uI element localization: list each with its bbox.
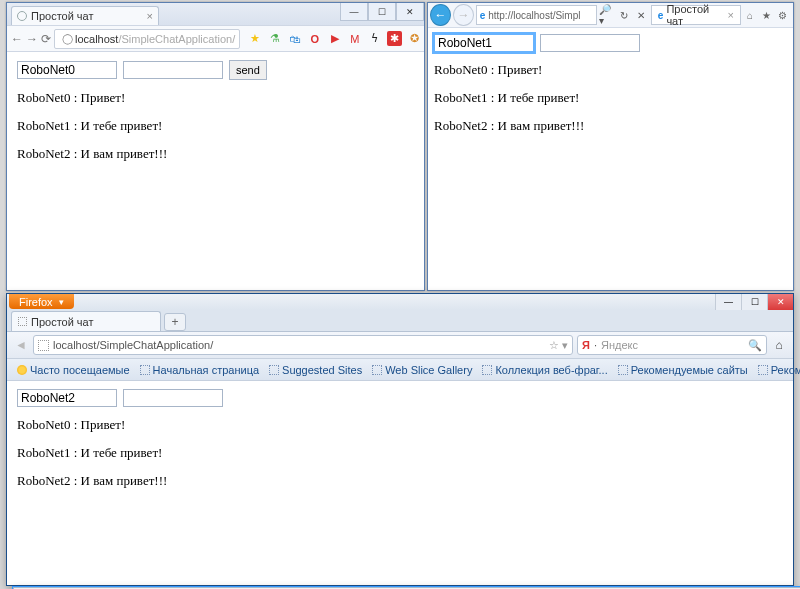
tools-button[interactable]: ⚙ [775, 8, 789, 22]
url-text: localhost/SimpleChatApplication/ [53, 339, 213, 351]
page-icon [618, 365, 628, 375]
globe-icon [17, 11, 27, 21]
message-input[interactable] [123, 61, 223, 79]
chrome-tab[interactable]: Простой чат × [11, 6, 159, 25]
username-input[interactable] [17, 389, 117, 407]
globe-icon: ◯ [59, 31, 75, 47]
chat-message: RoboNet2 : И вам привет!!! [434, 118, 787, 134]
firefox-menu-button[interactable]: Firefox [9, 294, 74, 309]
search-engine-label: Яндекс [601, 339, 638, 351]
username-input[interactable] [17, 61, 117, 79]
close-tab-icon[interactable]: × [728, 9, 734, 21]
page-icon [269, 365, 279, 375]
star-icon[interactable]: ★ [247, 31, 262, 46]
firefox-window: Firefox — ☐ ✕ Простой чат + ◄ localhost/… [6, 293, 794, 586]
back-button[interactable]: ← [11, 31, 23, 47]
chrome-window: — ☐ ✕ Простой чат × ← → ⟳ ◯ localhost/Si… [6, 2, 425, 291]
home-button[interactable]: ⌂ [771, 337, 787, 353]
firefox-page: send RoboNet0 : Привет! RoboNet1 : И теб… [7, 381, 793, 509]
firefox-window-controls: — ☐ ✕ [715, 294, 793, 310]
bookmark-item[interactable]: Начальная страница [136, 364, 263, 376]
ext-icon[interactable]: ✱ [387, 31, 402, 46]
new-tab-button[interactable]: + [164, 313, 186, 331]
tab-title: Простой чат [31, 316, 94, 328]
chat-message: RoboNet2 : И вам привет!!! [17, 473, 783, 489]
page-icon [38, 340, 49, 351]
chat-message: RoboNet2 : И вам привет!!! [17, 146, 414, 162]
gmail-icon[interactable]: M [347, 31, 362, 46]
home-button[interactable]: ⌂ [743, 8, 757, 22]
ie-tab[interactable]: e Простой чат × [651, 5, 741, 25]
address-bar[interactable]: ◯ localhost/SimpleChatApplication/ [54, 29, 240, 49]
minimize-button[interactable]: — [340, 3, 368, 21]
send-button[interactable]: send [229, 60, 267, 80]
close-tab-icon[interactable]: × [147, 10, 153, 22]
back-button[interactable]: ← [430, 4, 451, 26]
bug-icon[interactable]: ✪ [407, 31, 422, 46]
search-box[interactable]: Я · Яндекс 🔍 [577, 335, 767, 355]
tab-title: Простой чат [31, 10, 94, 22]
url-path: /SimpleChatApplication/ [118, 33, 235, 45]
chat-message: RoboNet1 : И тебе привет! [17, 118, 414, 134]
chat-message: RoboNet0 : Привет! [434, 62, 787, 78]
bookmark-item[interactable]: Часто посещаемые [13, 364, 134, 376]
search-icon[interactable]: 🔍 [748, 339, 762, 352]
page-icon [140, 365, 150, 375]
bookmark-item[interactable]: Коллекция веб-фраг... [478, 364, 611, 376]
address-bar[interactable]: e http://localhost/Simpl [476, 5, 598, 25]
back-button[interactable]: ◄ [13, 337, 29, 353]
folder-icon [17, 365, 27, 375]
labs-icon[interactable]: ⚗ [267, 31, 282, 46]
favorites-button[interactable]: ★ [759, 8, 773, 22]
page-icon [758, 365, 768, 375]
forward-button[interactable]: → [26, 31, 38, 47]
ie-page: send RoboNet0 : Привет! RoboNet1 : И теб… [428, 28, 793, 152]
search-dropdown-icon[interactable]: 🔎▾ [599, 7, 614, 23]
message-input[interactable] [123, 389, 223, 407]
bolt-icon[interactable]: ϟ [367, 31, 382, 46]
extension-icons: ★ ⚗ 🛍 O ▶ M ϟ ✱ ✪ [247, 31, 422, 46]
ie-header: ← → e http://localhost/Simpl 🔎▾ ↻ ✕ e Пр… [428, 3, 793, 28]
page-icon [372, 365, 382, 375]
close-button[interactable]: ✕ [396, 3, 424, 21]
bookmark-item[interactable]: Web Slice Gallery [368, 364, 476, 376]
chrome-page: send RoboNet0 : Привет! RoboNet1 : И теб… [7, 52, 424, 182]
opera-icon[interactable]: O [307, 31, 322, 46]
bookmarks-bar: Часто посещаемые Начальная страница Sugg… [7, 359, 793, 381]
bookmark-item[interactable]: Рекомендуемые узлы [754, 364, 800, 376]
youtube-icon[interactable]: ▶ [327, 31, 342, 46]
page-icon [482, 365, 492, 375]
firefox-tabstrip: Простой чат + [7, 310, 793, 332]
maximize-button[interactable]: ☐ [741, 294, 767, 310]
chat-message: RoboNet1 : И тебе привет! [434, 90, 787, 106]
bookmark-item[interactable]: Рекомендуемые сайты [614, 364, 752, 376]
chat-message: RoboNet1 : И тебе привет! [17, 445, 783, 461]
chat-message: RoboNet0 : Привет! [17, 417, 783, 433]
store-icon[interactable]: 🛍 [287, 31, 302, 46]
url-text: http://localhost/Simpl [488, 10, 580, 21]
minimize-button[interactable]: — [715, 294, 741, 310]
rss-icon[interactable]: ☆ ▾ [549, 339, 568, 352]
url-host: localhost [75, 33, 118, 45]
maximize-button[interactable]: ☐ [368, 3, 396, 21]
tab-title: Простой чат [666, 3, 724, 27]
address-bar[interactable]: localhost/SimpleChatApplication/ ☆ ▾ [33, 335, 573, 355]
stop-button[interactable]: ✕ [634, 7, 649, 23]
firefox-tab[interactable]: Простой чат [11, 311, 161, 331]
close-button[interactable]: ✕ [767, 294, 793, 310]
chat-message: RoboNet0 : Привет! [17, 90, 414, 106]
ie-window: ← → e http://localhost/Simpl 🔎▾ ↻ ✕ e Пр… [427, 2, 794, 291]
bookmark-item[interactable]: Suggested Sites [265, 364, 366, 376]
firefox-toolbar: ◄ localhost/SimpleChatApplication/ ☆ ▾ Я… [7, 332, 793, 359]
chrome-toolbar: ← → ⟳ ◯ localhost/SimpleChatApplication/… [7, 25, 424, 52]
refresh-button[interactable]: ↻ [617, 7, 632, 23]
page-icon [18, 317, 27, 326]
site-icon: e [480, 10, 486, 21]
ie-toolbar-right: ⌂ ★ ⚙ [743, 8, 791, 22]
message-input[interactable] [540, 34, 640, 52]
reload-button[interactable]: ⟳ [41, 31, 51, 47]
forward-button[interactable]: → [453, 4, 474, 26]
firefox-titlebar: Firefox — ☐ ✕ [7, 294, 793, 310]
username-input[interactable] [434, 34, 534, 52]
chrome-window-controls: — ☐ ✕ [340, 3, 424, 21]
